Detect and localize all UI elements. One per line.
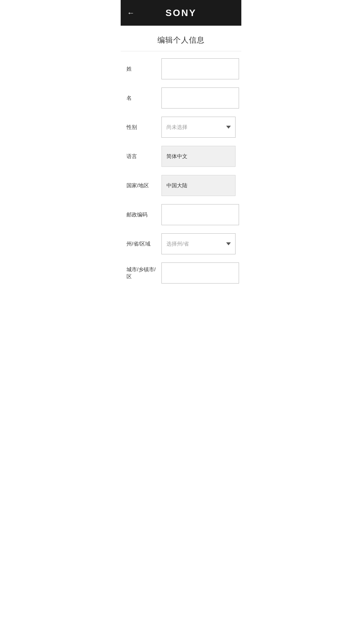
gender-label: 性别 xyxy=(126,124,161,131)
state-row: 州/省/区域 选择州/省 xyxy=(126,233,236,254)
country-label: 国家/地区 xyxy=(126,182,161,189)
page-title-section: 编辑个人信息 xyxy=(121,26,241,51)
state-select[interactable]: 选择州/省 xyxy=(161,233,236,254)
city-row: 城市/乡镇市/区 xyxy=(126,262,236,284)
app-header: ← SONY xyxy=(121,0,241,26)
city-input[interactable] xyxy=(161,262,239,284)
last-name-label: 姓 xyxy=(126,65,161,72)
first-name-label: 名 xyxy=(126,94,161,102)
state-select-wrapper: 选择州/省 xyxy=(161,233,236,254)
page-title: 编辑个人信息 xyxy=(126,35,236,45)
postal-code-label: 邮政编码 xyxy=(126,211,161,218)
country-value: 中国大陆 xyxy=(161,175,236,196)
city-label: 城市/乡镇市/区 xyxy=(126,266,161,280)
gender-row: 性别 尚未选择 男 女 xyxy=(126,117,236,138)
country-row: 国家/地区 中国大陆 xyxy=(126,175,236,196)
last-name-input[interactable] xyxy=(161,58,239,79)
postal-code-input[interactable] xyxy=(161,204,239,225)
language-label: 语言 xyxy=(126,153,161,160)
sony-logo: SONY xyxy=(166,8,197,18)
profile-form: 姓 名 性别 尚未选择 男 女 语言 简体中文 国家/地区 中国大陆 邮政编码 xyxy=(121,51,241,303)
language-value: 简体中文 xyxy=(161,146,236,167)
state-label: 州/省/区域 xyxy=(126,240,161,247)
postal-code-row: 邮政编码 xyxy=(126,204,236,225)
back-button[interactable]: ← xyxy=(127,8,135,18)
language-row: 语言 简体中文 xyxy=(126,146,236,167)
last-name-row: 姓 xyxy=(126,58,236,79)
gender-select-wrapper: 尚未选择 男 女 xyxy=(161,117,236,138)
gender-select[interactable]: 尚未选择 男 女 xyxy=(161,117,236,138)
first-name-input[interactable] xyxy=(161,88,239,108)
first-name-row: 名 xyxy=(126,88,236,108)
